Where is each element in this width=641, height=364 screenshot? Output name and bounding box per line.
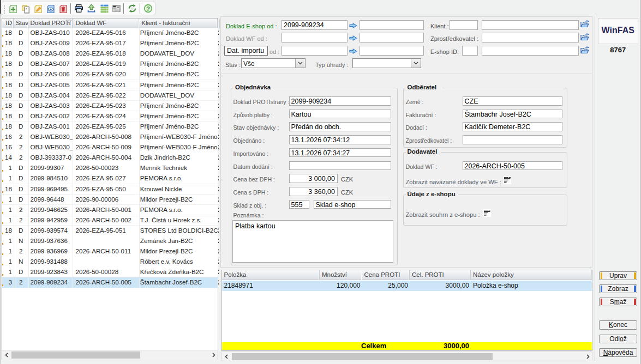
svg-text:?: ?: [146, 5, 150, 12]
